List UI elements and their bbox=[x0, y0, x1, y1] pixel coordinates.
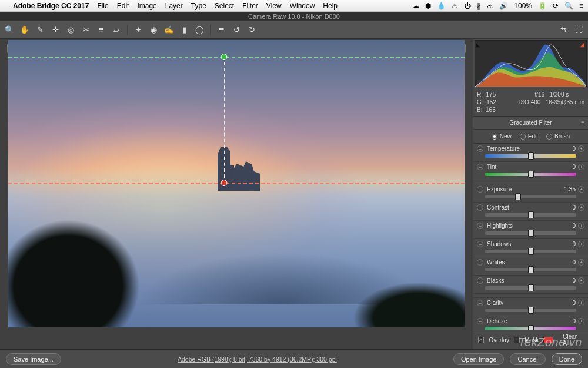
mode-edit[interactable]: Edit bbox=[520, 133, 538, 140]
done-button[interactable]: Done bbox=[552, 353, 582, 365]
mask-color-swatch[interactable] bbox=[543, 337, 553, 343]
menu-edit[interactable]: Edit bbox=[117, 2, 129, 10]
clear-all-button[interactable]: Clear All bbox=[563, 333, 583, 346]
list-icon[interactable]: ≣ bbox=[216, 25, 226, 35]
slider-track[interactable] bbox=[485, 309, 576, 312]
overlay-checkbox[interactable] bbox=[478, 337, 484, 343]
slider-knob[interactable] bbox=[528, 325, 534, 330]
drop-icon[interactable]: 💧 bbox=[437, 2, 446, 10]
slider-value[interactable]: 0 bbox=[552, 204, 576, 211]
gradient-axis[interactable] bbox=[224, 56, 225, 184]
straighten-icon[interactable]: ≡ bbox=[96, 25, 106, 35]
slider-track[interactable] bbox=[485, 213, 576, 217]
gradient-end-pin[interactable] bbox=[221, 180, 228, 186]
save-image-button[interactable]: Save Image... bbox=[6, 353, 61, 365]
shield-icon[interactable]: ⬢ bbox=[425, 2, 431, 10]
white-balance-icon[interactable]: ✎ bbox=[35, 25, 45, 35]
slider-knob[interactable] bbox=[528, 152, 534, 160]
app-name[interactable]: Adobe Bridge CC 2017 bbox=[13, 2, 89, 10]
target-adjust-icon[interactable]: ◎ bbox=[66, 25, 75, 35]
spotlight-icon[interactable]: 🔍 bbox=[564, 2, 573, 10]
highlight-clip-icon[interactable]: ◢ bbox=[580, 41, 586, 47]
menu-type[interactable]: Type bbox=[191, 2, 206, 10]
workflow-link[interactable]: Adobe RGB (1998); 8 bit; 7360 by 4912 (3… bbox=[178, 356, 337, 363]
minus-contrast-icon[interactable]: – bbox=[477, 204, 483, 211]
shadow-clip-icon[interactable]: ◣ bbox=[476, 41, 482, 47]
minus-exposure-icon[interactable]: – bbox=[477, 186, 483, 193]
slider-track[interactable] bbox=[485, 231, 576, 235]
battery-icon[interactable]: 🔋 bbox=[538, 2, 547, 10]
adjustment-brush-icon[interactable]: ✍ bbox=[164, 25, 173, 35]
slider-knob[interactable] bbox=[528, 171, 534, 178]
menu-file[interactable]: File bbox=[97, 2, 108, 10]
bluetooth-icon[interactable]: ∦ bbox=[477, 2, 480, 10]
volume-icon[interactable]: 🔊 bbox=[499, 2, 508, 10]
power-icon[interactable]: ⏻ bbox=[464, 2, 471, 10]
sliders-list[interactable]: –Temperature0+–Tint0+–Exposure-1.35+–Con… bbox=[473, 144, 588, 330]
wifi-icon[interactable]: ⩕ bbox=[486, 2, 493, 10]
minus-highlights-icon[interactable]: – bbox=[477, 223, 483, 229]
menu-image[interactable]: Image bbox=[137, 2, 156, 10]
slider-track[interactable] bbox=[485, 268, 576, 271]
slider-track[interactable] bbox=[485, 195, 576, 198]
gradient-start-line[interactable] bbox=[8, 57, 465, 58]
slider-knob[interactable] bbox=[528, 248, 534, 255]
minus-temperature-icon[interactable]: – bbox=[477, 145, 483, 152]
redeye-icon[interactable]: ◉ bbox=[149, 25, 158, 35]
preferences-icon[interactable]: ⇆ bbox=[559, 25, 568, 35]
gradient-end-line[interactable] bbox=[8, 183, 465, 184]
slider-knob[interactable] bbox=[528, 307, 534, 314]
plus-blacks-icon[interactable]: + bbox=[578, 277, 584, 284]
slider-value[interactable]: 0 bbox=[552, 259, 576, 266]
rotate-cw-icon[interactable]: ↻ bbox=[247, 25, 256, 35]
minus-blacks-icon[interactable]: – bbox=[477, 277, 483, 284]
minus-whites-icon[interactable]: – bbox=[477, 259, 483, 266]
notifications-icon[interactable]: ≡ bbox=[579, 2, 583, 10]
plus-exposure-icon[interactable]: + bbox=[578, 186, 584, 193]
gradient-start-pin[interactable] bbox=[221, 54, 228, 60]
plus-contrast-icon[interactable]: + bbox=[578, 204, 584, 211]
hand-icon[interactable]: ✋ bbox=[20, 25, 29, 35]
flame-icon[interactable]: ♨ bbox=[452, 2, 458, 10]
mode-brush[interactable]: Brush bbox=[546, 133, 570, 140]
menu-filter[interactable]: Filter bbox=[242, 2, 258, 10]
slider-value[interactable]: 0 bbox=[552, 223, 576, 229]
radial-filter-icon[interactable]: ◯ bbox=[195, 25, 204, 35]
transform-icon[interactable]: ▱ bbox=[112, 25, 121, 35]
open-image-button[interactable]: Open Image bbox=[453, 353, 505, 365]
slider-track[interactable] bbox=[485, 286, 576, 290]
menu-select[interactable]: Select bbox=[215, 2, 234, 10]
image-preview[interactable]: ⊞▭ 28.5% ▼ _DSC5976.dng Y⧉⇄≡ bbox=[1, 40, 472, 348]
slider-value[interactable]: 0 bbox=[552, 241, 576, 247]
rotate-ccw-icon[interactable]: ↺ bbox=[232, 25, 241, 35]
color-sampler-icon[interactable]: ✛ bbox=[51, 25, 60, 35]
slider-knob[interactable] bbox=[528, 230, 534, 237]
slider-track[interactable] bbox=[485, 327, 576, 330]
plus-shadows-icon[interactable]: + bbox=[578, 241, 584, 247]
menu-view[interactable]: View bbox=[266, 2, 282, 10]
plus-temperature-icon[interactable]: + bbox=[578, 145, 584, 152]
slider-value[interactable]: 0 bbox=[552, 145, 576, 152]
menu-window[interactable]: Window bbox=[290, 2, 315, 10]
minus-dehaze-icon[interactable]: – bbox=[477, 318, 483, 324]
cloud-icon[interactable]: ☁︎ bbox=[412, 2, 419, 10]
slider-knob[interactable] bbox=[528, 284, 534, 291]
cancel-button[interactable]: Cancel bbox=[510, 353, 545, 365]
minus-clarity-icon[interactable]: – bbox=[477, 300, 483, 306]
menu-help[interactable]: Help bbox=[323, 2, 338, 10]
slider-track[interactable] bbox=[485, 154, 576, 158]
histogram[interactable]: ◣ ◢ bbox=[475, 40, 587, 87]
mode-new[interactable]: New bbox=[492, 133, 512, 140]
plus-highlights-icon[interactable]: + bbox=[578, 223, 584, 229]
plus-whites-icon[interactable]: + bbox=[578, 259, 584, 266]
spot-removal-icon[interactable]: ✦ bbox=[133, 25, 143, 35]
plus-clarity-icon[interactable]: + bbox=[578, 300, 584, 306]
slider-knob[interactable] bbox=[528, 211, 534, 218]
zoom-icon[interactable]: 🔍 bbox=[5, 25, 14, 35]
panel-menu-icon[interactable]: ≡ bbox=[581, 120, 584, 126]
slider-value[interactable]: -1.35 bbox=[552, 186, 576, 193]
sync-icon[interactable]: ⟳ bbox=[553, 2, 559, 10]
minus-tint-icon[interactable]: – bbox=[477, 164, 483, 170]
menu-layer[interactable]: Layer bbox=[165, 2, 183, 10]
slider-value[interactable]: 0 bbox=[552, 277, 576, 284]
